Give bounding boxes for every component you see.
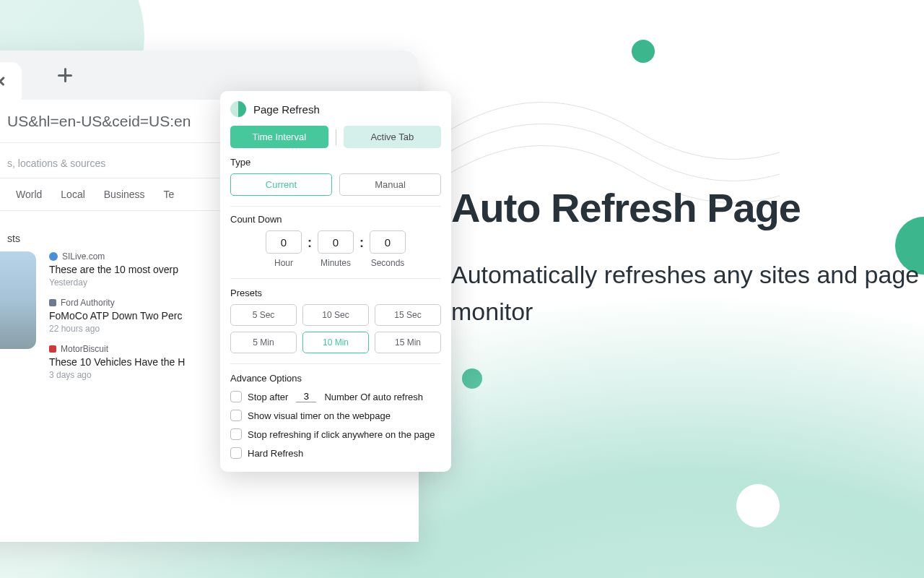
stop-after-prefix: Stop after	[248, 392, 288, 402]
preset-15sec[interactable]: 15 Sec	[375, 304, 441, 326]
visual-timer-label: Show visual timer on the webpage	[248, 410, 391, 421]
popup-title: Page Refresh	[253, 103, 320, 116]
type-manual-button[interactable]: Manual	[339, 173, 441, 196]
option-stop-after[interactable]: Stop after Number Of auto refresh	[230, 391, 441, 402]
popup-header: Page Refresh	[230, 101, 441, 117]
side-article-title[interactable]: elling er	[0, 497, 1, 516]
minutes-input[interactable]	[318, 230, 354, 254]
hour-label: Hour	[274, 258, 293, 268]
tab-time-interval[interactable]: Time Interval	[230, 126, 328, 148]
type-current-button[interactable]: Current	[230, 173, 332, 196]
marketing-title: Auto Refresh Page	[451, 184, 924, 231]
preset-15min[interactable]: 15 Min	[375, 332, 441, 353]
news-item[interactable]: Ford Authority FoMoCo ATP Down Two Perc …	[49, 298, 185, 334]
popup-logo-icon	[230, 101, 246, 117]
news-time: 22 hours ago	[49, 324, 185, 334]
stop-after-suffix: Number Of auto refresh	[324, 392, 423, 402]
news-source: MotorBiscuit	[61, 344, 108, 354]
presets-label: Presets	[230, 288, 441, 298]
option-hard-refresh[interactable]: Hard Refresh	[230, 447, 441, 459]
extension-popup: Page Refresh Time Interval Active Tab Ty…	[220, 91, 451, 472]
news-thumbnail[interactable]	[0, 251, 36, 349]
new-tab-icon[interactable]	[58, 68, 72, 82]
news-headline: These 10 Vehicles Have the H	[49, 356, 185, 368]
news-tab-local[interactable]: Local	[61, 189, 84, 200]
countdown-label: Count Down	[230, 214, 441, 225]
close-tab-icon[interactable]	[0, 74, 7, 88]
seconds-label: Seconds	[371, 258, 405, 268]
news-source: Ford Authority	[61, 298, 115, 308]
checkbox-icon[interactable]	[230, 428, 242, 440]
checkbox-icon[interactable]	[230, 410, 242, 421]
news-headline: These are the 10 most overp	[49, 264, 185, 275]
advance-options-label: Advance Options	[230, 373, 441, 384]
preset-10sec[interactable]: 10 Sec	[302, 304, 369, 326]
preset-5min[interactable]: 5 Min	[230, 332, 297, 353]
preset-10min[interactable]: 10 Min	[302, 332, 369, 353]
preset-5sec[interactable]: 5 Sec	[230, 304, 297, 326]
news-item[interactable]: SILive.com These are the 10 most overp Y…	[49, 251, 185, 288]
popup-tabs: Time Interval Active Tab	[230, 126, 441, 148]
news-item[interactable]: MotorBiscuit These 10 Vehicles Have the …	[49, 344, 185, 380]
tab-divider	[336, 129, 336, 145]
tab-active-tab[interactable]: Active Tab	[344, 126, 442, 148]
stop-click-label: Stop refreshing if click anywhere on the…	[248, 429, 435, 440]
option-stop-on-click[interactable]: Stop refreshing if click anywhere on the…	[230, 428, 441, 440]
stop-after-input[interactable]	[296, 391, 316, 402]
type-label: Type	[230, 157, 441, 168]
checkbox-icon[interactable]	[230, 447, 242, 459]
news-tab-world[interactable]: World	[16, 189, 42, 200]
colon: :	[359, 236, 364, 251]
news-time: 3 days ago	[49, 370, 185, 380]
bg-circle-1	[632, 40, 655, 63]
option-visual-timer[interactable]: Show visual timer on the webpage	[230, 410, 441, 421]
checkbox-icon[interactable]	[230, 391, 242, 402]
hour-input[interactable]	[266, 230, 302, 254]
news-tab-business[interactable]: Business	[104, 189, 145, 200]
browser-tab[interactable]	[0, 62, 22, 100]
bg-circle-white	[736, 484, 780, 527]
colon: :	[308, 236, 312, 251]
seconds-input[interactable]	[370, 230, 406, 254]
marketing-subtitle: Automatically refreshes any sites and pa…	[451, 256, 924, 330]
news-time: Yesterday	[49, 277, 185, 288]
marketing-block: Auto Refresh Page Automatically refreshe…	[451, 184, 924, 330]
news-source: SILive.com	[62, 251, 105, 262]
minutes-label: Minutes	[321, 258, 351, 268]
hard-refresh-label: Hard Refresh	[248, 448, 303, 459]
news-headline: FoMoCo ATP Down Two Perc	[49, 310, 185, 322]
type-row: Current Manual	[230, 173, 441, 207]
news-tab-tech[interactable]: Te	[164, 189, 175, 200]
